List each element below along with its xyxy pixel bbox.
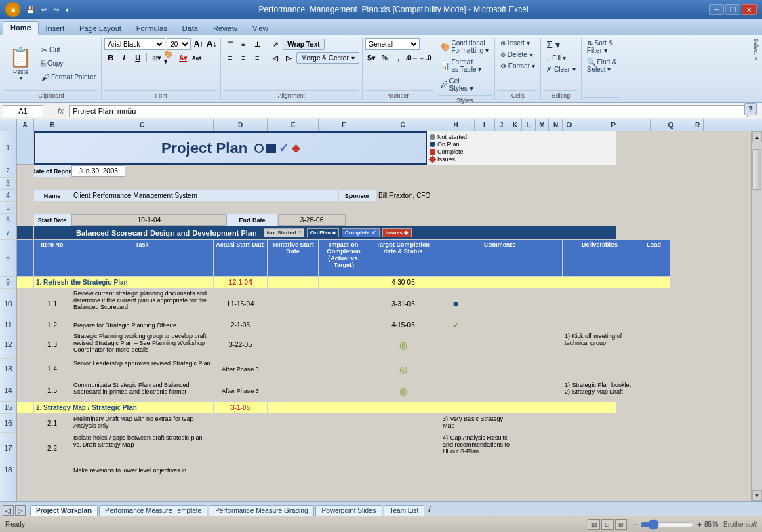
row-num-3[interactable]: 3 (0, 178, 16, 190)
cell-b11[interactable]: 1.2 (34, 319, 71, 331)
qat-save[interactable]: 💾 (24, 5, 37, 14)
font-grow-button[interactable]: A↑ (193, 38, 205, 50)
format-painter-button[interactable]: 🖌 Format Painter (39, 71, 98, 83)
tab-home[interactable]: Home (3, 21, 39, 35)
tab-formulas[interactable]: Formulas (129, 22, 175, 35)
merge-center-button[interactable]: Merge & Center ▾ (296, 52, 359, 64)
font-color-button[interactable]: A▾ (177, 52, 189, 64)
indent-increase-button[interactable]: ▷ (283, 52, 295, 64)
fill-button[interactable]: ↓ Fill ▾ (544, 53, 568, 63)
cell-c14[interactable]: Communicate Strategic Plan and Balanced … (71, 380, 214, 401)
cell-c10[interactable]: Review current strategic planning docume… (71, 289, 214, 319)
font-name-select[interactable]: Arial Black (104, 38, 165, 50)
cell-g9[interactable]: 4-30-05 (369, 277, 437, 288)
col-header-i[interactable]: I (475, 119, 495, 131)
scroll-down-arrow[interactable]: ▼ (752, 490, 762, 501)
cell-g10[interactable]: 3-31-05 (369, 289, 437, 319)
indent-decrease-button[interactable]: ◁ (269, 52, 281, 64)
cell-d10[interactable]: 11-15-04 (214, 289, 268, 319)
row-num-8[interactable]: 8 (0, 240, 16, 277)
cell-h11[interactable]: ✓ (437, 319, 475, 331)
cell-i4-q4[interactable]: Bill Praxton, CFO (376, 190, 617, 201)
cell-a2[interactable] (17, 165, 34, 177)
borders-button[interactable]: ⊞▾ (150, 52, 162, 64)
number-format-select[interactable]: General (365, 38, 420, 50)
row-num-9[interactable]: 9 (0, 277, 16, 289)
row-num-18[interactable]: 18 (0, 464, 16, 476)
col-header-p[interactable]: P (576, 119, 651, 131)
cell-b9-c9[interactable]: 1. Refresh the Strategic Plan (34, 277, 214, 288)
cell-c6-e6[interactable]: 10-1-04 (71, 214, 227, 226)
sheet-nav-prev[interactable]: ◁ (3, 505, 14, 516)
fill-color-button[interactable]: 🎨▾ (163, 52, 176, 64)
tab-page-layout[interactable]: Page Layout (72, 22, 129, 35)
col-header-a[interactable]: A (17, 119, 34, 131)
cell-c17[interactable]: Isolate holes / gaps between draft strat… (71, 433, 214, 464)
col-header-h[interactable]: H (437, 119, 475, 131)
row-num-1[interactable]: 1 (0, 131, 16, 165)
cell-d14[interactable]: After Phase 3 (214, 380, 268, 401)
align-middle-button[interactable]: ≡ (237, 38, 249, 50)
sort-filter-button[interactable]: ⇅ Sort &Filter ▾ (584, 38, 616, 56)
cell-p16[interactable]: 3) Very Basic Strategy Map (441, 414, 515, 432)
col-header-b[interactable]: B (34, 119, 71, 131)
col-header-r[interactable]: R (691, 119, 704, 131)
row-num-2[interactable]: 2 (0, 165, 16, 178)
restore-button[interactable]: ❐ (725, 4, 740, 15)
cell-g6[interactable]: 3-28-06 (278, 214, 346, 226)
row-num-15[interactable]: 15 (0, 402, 16, 414)
name-box[interactable] (3, 105, 43, 117)
clear-button[interactable]: ✗ Clear ▾ (544, 64, 578, 75)
cell-b17[interactable]: 2.2 (34, 433, 71, 464)
cell-b2[interactable]: Date of Report (34, 165, 71, 177)
page-break-view-button[interactable]: ⊞ (615, 519, 627, 530)
zoom-out-button[interactable]: − (633, 520, 637, 529)
cell-c16[interactable]: Preliminary Draft Map with no extras for… (71, 414, 214, 432)
row-num-5[interactable]: 5 (0, 202, 16, 214)
row-num-16[interactable]: 16 (0, 414, 16, 433)
comma-button[interactable]: , (393, 52, 405, 64)
font-shrink-button[interactable]: A↓ (205, 38, 218, 50)
insert-button[interactable]: ⊕ Insert ▾ (498, 38, 533, 48)
col-header-j[interactable]: J (495, 119, 508, 131)
cell-d11[interactable]: 2-1-05 (214, 319, 268, 331)
scroll-up-arrow[interactable]: ▲ (752, 131, 762, 142)
qat-more[interactable]: ▾ (64, 5, 71, 14)
tab-insert[interactable]: Insert (39, 22, 73, 35)
font-size-select[interactable]: 20 (167, 38, 191, 50)
italic-button[interactable]: I (118, 52, 130, 64)
col-header-l[interactable]: L (522, 119, 536, 131)
bold-button[interactable]: B (104, 52, 117, 64)
row-num-13[interactable]: 13 (0, 359, 16, 380)
autosum-button[interactable]: Σ ▾ (544, 38, 563, 52)
qat-undo[interactable]: ↩ (39, 5, 49, 14)
close-button[interactable]: ✕ (742, 4, 757, 15)
decimal-increase-button[interactable]: .0→ (406, 52, 418, 64)
cell-b12[interactable]: 1.3 (34, 331, 71, 358)
format-as-table-button[interactable]: 📊 Formatas Table ▾ (438, 57, 485, 75)
format-button[interactable]: ⚙ Format ▾ (498, 61, 538, 71)
ribbon-minimize-btn[interactable]: ? (744, 103, 757, 115)
cell-p12[interactable]: 1) Kick off meeting of technical group (563, 331, 637, 358)
tab-data[interactable]: Data (175, 22, 205, 35)
cell-b10[interactable]: 1.1 (34, 289, 71, 319)
sheet-tab-team-list[interactable]: Team List (384, 505, 425, 516)
col-header-k[interactable]: K (508, 119, 522, 131)
cell-b1-g1[interactable]: Project Plan ✓ ◆ (34, 131, 427, 165)
sheet-tab-powerpoint-slides[interactable]: Powerpoint Slides (315, 505, 382, 516)
paste-button[interactable]: 📋 Paste ▾ (4, 44, 37, 83)
sheet-nav-next[interactable]: ▷ (15, 505, 26, 516)
col-header-g[interactable]: G (369, 119, 437, 131)
format-cells-button[interactable]: Aa▾ (190, 52, 203, 64)
row-num-14[interactable]: 14 (0, 380, 16, 402)
formula-input[interactable] (69, 105, 748, 117)
sheet-tab-perf-measure-grading[interactable]: Performance Measure Grading (209, 505, 314, 516)
sheet-tabs-scroll[interactable]: / (426, 504, 433, 516)
cell-b6[interactable]: Start Date (34, 214, 71, 226)
cell-b14[interactable]: 1.5 (34, 380, 71, 401)
cell-c2[interactable]: Jun 30, 2005 (71, 165, 125, 177)
col-header-o[interactable]: O (563, 119, 576, 131)
cell-g11[interactable]: 4-15-05 (369, 319, 437, 331)
conditional-formatting-button[interactable]: 🎨 ConditionalFormatting ▾ (438, 38, 492, 56)
select-label[interactable]: Select ~ (753, 38, 759, 60)
